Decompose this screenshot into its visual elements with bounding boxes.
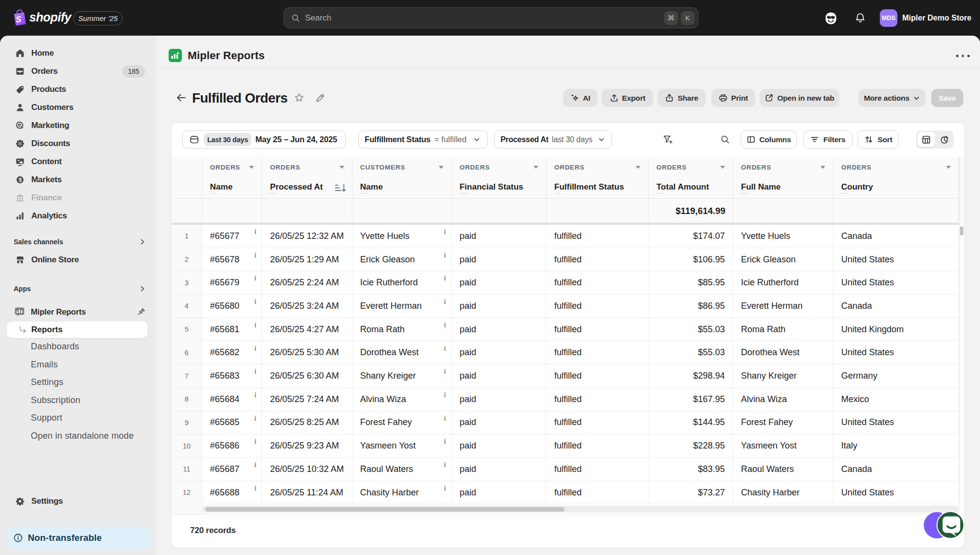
svg-text:$: $ xyxy=(19,177,22,183)
